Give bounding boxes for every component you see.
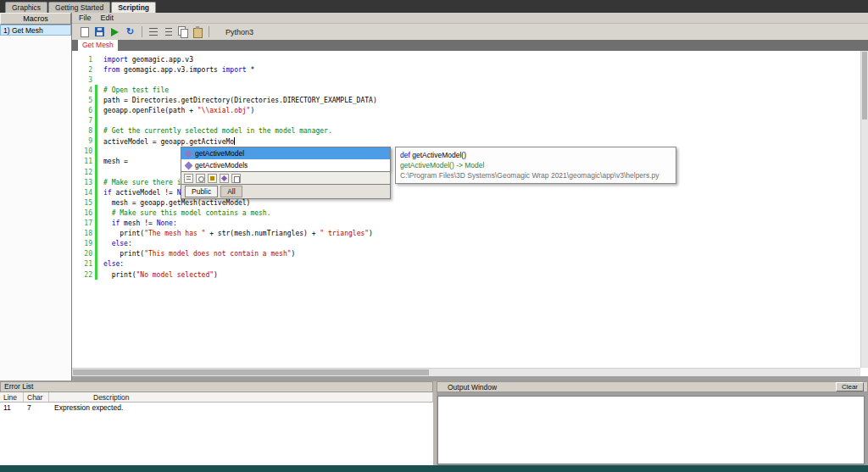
- new-script-icon[interactable]: [81, 27, 89, 37]
- line-number: 20: [72, 250, 92, 258]
- editor-tab-get-mesh[interactable]: Get Mesh: [78, 40, 118, 51]
- code-token: + str(mesh.numTriangles) +: [205, 230, 320, 237]
- line-number: 7: [72, 117, 92, 125]
- code-line: 6geoapp.openFile(path + "\\axial.obj"): [72, 105, 860, 115]
- error-list-header: LineCharDescription: [0, 392, 433, 403]
- change-bar: [95, 95, 97, 105]
- change-bar: [95, 269, 97, 280]
- code-token: # Get the currently selected model in th…: [103, 127, 332, 135]
- outdent-icon[interactable]: [163, 26, 174, 37]
- error-line: 11: [0, 403, 24, 414]
- gear-icon[interactable]: [196, 174, 205, 183]
- code-line: 20 print("This model does not contain a …: [72, 249, 860, 259]
- macros-list: 1) Get Mesh: [0, 25, 71, 36]
- line-number: 9: [72, 137, 92, 145]
- code-text: mesh = geoapp.getMesh(activeModel): [103, 199, 250, 207]
- code-token: activeModel = geoapp.getActiveMo: [103, 138, 234, 146]
- line-number: 22: [72, 271, 92, 279]
- indent-icon[interactable]: [148, 26, 159, 37]
- code-token: [103, 240, 112, 247]
- code-text: print("The mesh has " + str(mesh.numTria…: [103, 230, 373, 237]
- line-number: 6: [72, 107, 92, 114]
- line-number: 2: [72, 66, 92, 74]
- error-list-title: Error List: [0, 381, 433, 392]
- member-icon[interactable]: [220, 174, 229, 183]
- macros-header[interactable]: Macros: [0, 13, 71, 25]
- change-bar: [95, 64, 97, 75]
- code-lines: 1import geomagic.app.v32from geomagic.ap…: [72, 51, 860, 368]
- line-number: 5: [72, 97, 92, 104]
- code-token: import: [222, 66, 247, 74]
- error-row[interactable]: 117Expression expected.: [0, 403, 433, 414]
- horizontal-scrollbar[interactable]: [72, 368, 860, 376]
- error-list-rows: 117Expression expected.: [0, 403, 433, 414]
- code-token: print(: [103, 271, 136, 279]
- output-window-header: Output Window Clear: [437, 381, 868, 392]
- view-icon[interactable]: [184, 174, 193, 183]
- line-number: 12: [72, 169, 92, 176]
- change-bar: [95, 208, 97, 218]
- menu-file[interactable]: File: [79, 14, 92, 22]
- paste-icon[interactable]: [192, 26, 203, 37]
- save-icon[interactable]: [95, 27, 104, 36]
- completion-item-getactivemodel[interactable]: getActiveModel: [181, 147, 390, 159]
- code-line: 15 mesh = geoapp.getMesh(activeModel): [72, 197, 860, 208]
- filter-all[interactable]: All: [220, 186, 242, 197]
- run-icon[interactable]: [111, 28, 119, 36]
- clear-button[interactable]: Clear: [836, 382, 864, 391]
- vertical-scrollbar[interactable]: [860, 51, 868, 368]
- completion-label: getActiveModels: [195, 161, 248, 169]
- code-text: else:: [103, 240, 132, 247]
- filter-public[interactable]: Public: [185, 186, 218, 197]
- code-text: # Get the currently selected model in th…: [103, 127, 332, 135]
- code-token: :: [173, 219, 177, 227]
- change-bar: [95, 157, 97, 167]
- docs-icon[interactable]: [231, 174, 241, 183]
- code-editor[interactable]: 1import geomagic.app.v32from geomagic.ap…: [72, 51, 868, 376]
- macro-item-1-get-mesh[interactable]: 1) Get Mesh: [0, 25, 71, 36]
- code-token: ): [292, 250, 296, 258]
- completion-item-getactivemodels[interactable]: getActiveModels: [181, 159, 390, 171]
- copy-icon[interactable]: [177, 26, 188, 37]
- menu-bar: FileEdit: [72, 13, 868, 24]
- code-text: print("This model does not contain a mes…: [103, 250, 295, 258]
- horizontal-scroll-thumb[interactable]: [73, 369, 429, 375]
- code-token: "The mesh has ": [144, 230, 205, 237]
- code-line: 9activeModel = geoapp.getActiveMo: [72, 136, 860, 147]
- error-col-description[interactable]: Description: [49, 392, 433, 402]
- code-token: [103, 219, 112, 227]
- completion-label: getActiveModel: [195, 149, 244, 158]
- code-line: 22 print("No model selected"): [72, 269, 860, 280]
- change-bar: [95, 187, 97, 197]
- code-line: 19 else:: [72, 239, 860, 249]
- code-line: 17 if mesh != None:: [72, 219, 860, 229]
- restart-icon[interactable]: [125, 26, 136, 37]
- line-number: 17: [72, 219, 92, 227]
- snippet-icon[interactable]: [208, 174, 217, 183]
- code-text: activeModel = geoapp.getActiveMo: [103, 137, 235, 146]
- code-token: geomagic.app.v3.imports: [120, 66, 221, 74]
- vertical-scroll-thumb[interactable]: [862, 52, 867, 119]
- workspace-tab-graphics[interactable]: Graphics: [5, 2, 47, 13]
- error-col-line[interactable]: Line: [0, 392, 24, 402]
- code-token: import: [103, 56, 128, 64]
- workspace-tab-getting-started[interactable]: Getting Started: [48, 2, 110, 13]
- error-char: 7: [24, 403, 49, 414]
- workspace-tab-scripting[interactable]: Scripting: [111, 2, 156, 13]
- code-token: "This model does not contain a mesh": [144, 250, 291, 258]
- change-bar: [95, 136, 97, 147]
- code-text: from geomagic.app.v3.imports import *: [103, 66, 254, 74]
- code-token: # Make sure this model contains a mesh.: [103, 209, 270, 217]
- code-token: :: [128, 240, 132, 247]
- interpreter-label[interactable]: Python3: [220, 27, 259, 37]
- code-text: mesh =: [103, 158, 132, 165]
- macros-panel: Macros 1) Get Mesh: [0, 13, 72, 380]
- output-window-content[interactable]: [437, 396, 865, 464]
- code-line: 3: [72, 75, 860, 85]
- line-number: 3: [72, 76, 92, 84]
- code-text: # Make sure this model contains a mesh.: [103, 209, 270, 217]
- code-token: else: [103, 260, 120, 268]
- error-col-char[interactable]: Char: [24, 392, 49, 402]
- line-number: 1: [72, 56, 92, 64]
- menu-edit[interactable]: Edit: [101, 14, 114, 22]
